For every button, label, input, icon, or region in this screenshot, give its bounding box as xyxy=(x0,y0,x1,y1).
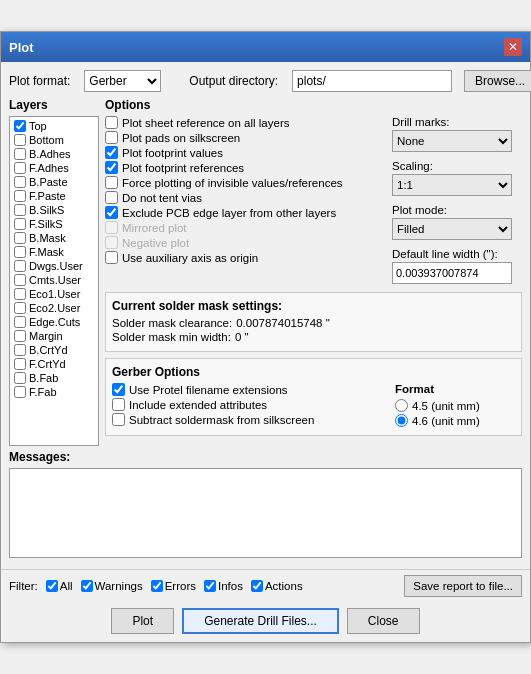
option-checkbox[interactable] xyxy=(105,191,118,204)
layer-checkbox[interactable] xyxy=(14,148,26,160)
output-dir-input[interactable] xyxy=(292,70,452,92)
gerber-option-checkbox[interactable] xyxy=(112,398,125,411)
close-button[interactable]: Close xyxy=(347,608,420,634)
option-item[interactable]: Plot pads on silkscreen xyxy=(105,131,386,144)
gerber-option-checkbox[interactable] xyxy=(112,383,125,396)
option-checkbox[interactable] xyxy=(105,176,118,189)
layer-item[interactable]: F.Adhes xyxy=(12,161,96,175)
layer-checkbox[interactable] xyxy=(14,302,26,314)
option-item[interactable]: Force plotting of invisible values/refer… xyxy=(105,176,386,189)
plot-button[interactable]: Plot xyxy=(111,608,174,634)
option-item[interactable]: Use auxiliary axis as origin xyxy=(105,251,386,264)
filter-checkbox[interactable] xyxy=(251,580,263,592)
layer-item[interactable]: F.Paste xyxy=(12,189,96,203)
layer-item[interactable]: Eco2.User xyxy=(12,301,96,315)
layer-checkbox[interactable] xyxy=(14,246,26,258)
option-item[interactable]: Plot footprint references xyxy=(105,161,386,174)
layer-item[interactable]: Eco1.User xyxy=(12,287,96,301)
gerber-format: Format 4.5 (unit mm)4.6 (unit mm) xyxy=(395,383,515,429)
line-width-input[interactable] xyxy=(392,262,512,284)
layer-checkbox[interactable] xyxy=(14,176,26,188)
layer-name: Cmts.User xyxy=(29,274,81,286)
gerber-options-title: Gerber Options xyxy=(112,365,515,379)
layer-item[interactable]: B.Fab xyxy=(12,371,96,385)
layer-checkbox[interactable] xyxy=(14,120,26,132)
layer-item[interactable]: Dwgs.User xyxy=(12,259,96,273)
save-report-button[interactable]: Save report to file... xyxy=(404,575,522,597)
gerber-option-item[interactable]: Use Protel filename extensions xyxy=(112,383,385,396)
option-item[interactable]: Exclude PCB edge layer from other layers xyxy=(105,206,386,219)
layer-item[interactable]: Cmts.User xyxy=(12,273,96,287)
layer-item[interactable]: B.Mask xyxy=(12,231,96,245)
filter-item[interactable]: Errors xyxy=(151,580,196,592)
filter-item[interactable]: Actions xyxy=(251,580,303,592)
layer-item[interactable]: B.CrtYd xyxy=(12,343,96,357)
layer-item[interactable]: Edge.Cuts xyxy=(12,315,96,329)
option-checkbox[interactable] xyxy=(105,131,118,144)
layer-checkbox[interactable] xyxy=(14,218,26,230)
layer-item[interactable]: F.SilkS xyxy=(12,217,96,231)
filter-item[interactable]: Infos xyxy=(204,580,243,592)
filter-item[interactable]: Warnings xyxy=(81,580,143,592)
layer-checkbox[interactable] xyxy=(14,330,26,342)
layer-checkbox[interactable] xyxy=(14,316,26,328)
layer-item[interactable]: Bottom xyxy=(12,133,96,147)
options-area: Options Plot sheet reference on all laye… xyxy=(105,98,522,446)
layer-checkbox[interactable] xyxy=(14,358,26,370)
filter-checkbox[interactable] xyxy=(46,580,58,592)
filter-checkbox[interactable] xyxy=(151,580,163,592)
layer-item[interactable]: F.CrtYd xyxy=(12,357,96,371)
scaling-select[interactable]: 1:1 1:2 2:1 xyxy=(392,174,512,196)
option-item[interactable]: Plot sheet reference on all layers xyxy=(105,116,386,129)
browse-button[interactable]: Browse... xyxy=(464,70,531,92)
filter-item[interactable]: All xyxy=(46,580,73,592)
layer-checkbox[interactable] xyxy=(14,386,26,398)
plot-mode-group: Plot mode: Filled Sketch xyxy=(392,204,522,240)
layer-item[interactable]: Top xyxy=(12,119,96,133)
action-bar: Plot Generate Drill Files... Close xyxy=(1,602,530,642)
layers-list[interactable]: TopBottomB.AdhesF.AdhesB.PasteF.PasteB.S… xyxy=(9,116,99,446)
layer-checkbox[interactable] xyxy=(14,288,26,300)
generate-drill-button[interactable]: Generate Drill Files... xyxy=(182,608,339,634)
layer-checkbox[interactable] xyxy=(14,372,26,384)
layer-name: Top xyxy=(29,120,47,132)
layer-checkbox[interactable] xyxy=(14,204,26,216)
filter-checkbox[interactable] xyxy=(81,580,93,592)
layer-checkbox[interactable] xyxy=(14,134,26,146)
plot-mode-select[interactable]: Filled Sketch xyxy=(392,218,512,240)
layer-item[interactable]: F.Fab xyxy=(12,385,96,399)
gerber-format-radio-item[interactable]: 4.6 (unit mm) xyxy=(395,414,515,427)
layer-checkbox[interactable] xyxy=(14,260,26,272)
messages-area[interactable] xyxy=(9,468,522,558)
gerber-option-checkbox[interactable] xyxy=(112,413,125,426)
drill-marks-select[interactable]: None Small Full xyxy=(392,130,512,152)
layer-item[interactable]: Margin xyxy=(12,329,96,343)
layer-item[interactable]: B.Adhes xyxy=(12,147,96,161)
layer-item[interactable]: B.Paste xyxy=(12,175,96,189)
option-checkbox[interactable] xyxy=(105,161,118,174)
layer-checkbox[interactable] xyxy=(14,274,26,286)
layer-name: F.Fab xyxy=(29,386,57,398)
layer-checkbox[interactable] xyxy=(14,232,26,244)
gerber-format-radio-item[interactable]: 4.5 (unit mm) xyxy=(395,399,515,412)
gerber-format-radio[interactable] xyxy=(395,399,408,412)
layer-checkbox[interactable] xyxy=(14,162,26,174)
format-select[interactable]: Gerber PostScript SVG DXF HPGL PDF xyxy=(84,70,161,92)
gerber-option-item[interactable]: Include extended attributes xyxy=(112,398,385,411)
layer-item[interactable]: B.SilkS xyxy=(12,203,96,217)
gerber-option-item[interactable]: Subtract soldermask from silkscreen xyxy=(112,413,385,426)
option-checkbox[interactable] xyxy=(105,146,118,159)
filter-checkbox[interactable] xyxy=(204,580,216,592)
layer-name: Margin xyxy=(29,330,63,342)
layer-item[interactable]: F.Mask xyxy=(12,245,96,259)
option-item[interactable]: Plot footprint values xyxy=(105,146,386,159)
clearance-row: Solder mask clearance: 0.007874015748 " xyxy=(112,317,515,329)
gerber-format-radio[interactable] xyxy=(395,414,408,427)
layer-checkbox[interactable] xyxy=(14,344,26,356)
layer-checkbox[interactable] xyxy=(14,190,26,202)
option-checkbox[interactable] xyxy=(105,251,118,264)
close-window-button[interactable]: ✕ xyxy=(504,38,522,56)
option-item[interactable]: Do not tent vias xyxy=(105,191,386,204)
option-checkbox[interactable] xyxy=(105,206,118,219)
option-checkbox[interactable] xyxy=(105,116,118,129)
